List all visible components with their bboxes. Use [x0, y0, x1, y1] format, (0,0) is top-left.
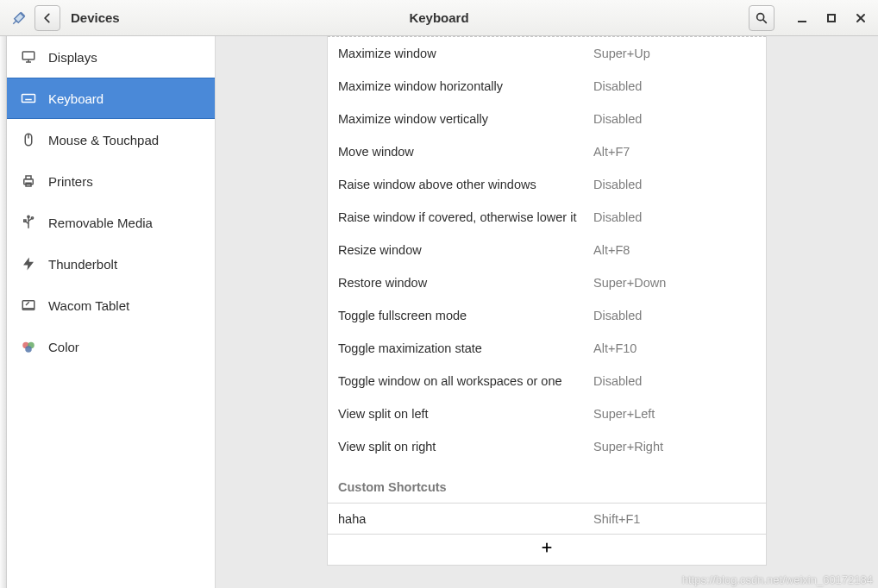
titlebar-right [749, 5, 871, 31]
shortcut-name: Maximize window [338, 47, 593, 60]
printer-icon [21, 173, 36, 189]
shortcut-name: haha [338, 512, 593, 526]
shortcut-name: Maximize window vertically [338, 112, 593, 126]
sidebar-item-label: Thunderbolt [48, 257, 117, 272]
svg-rect-10 [22, 95, 35, 103]
sidebar-item-mouse[interactable]: Mouse & Touchpad [7, 119, 215, 160]
shortcut-row[interactable]: Maximize window horizontallyDisabled [328, 70, 766, 103]
shortcut-row[interactable]: Maximize window verticallyDisabled [328, 103, 766, 135]
sidebar-item-label: Printers [48, 174, 93, 189]
sidebar-item-label: Color [48, 340, 79, 354]
sidebar-item-label: Removable Media [48, 216, 153, 230]
custom-shortcut-rows: hahaShift+F1 [328, 503, 766, 534]
tablet-icon [21, 297, 36, 313]
svg-rect-22 [24, 220, 26, 222]
shortcut-name: Restore window [338, 276, 593, 290]
page-title: Keyboard [0, 10, 878, 25]
sidebar-item-removable-media[interactable]: Removable Media [7, 202, 215, 243]
keyboard-icon [21, 91, 36, 106]
truncated-left-app [0, 36, 7, 588]
settings-window: Devices Keyboard [0, 0, 878, 588]
svg-point-23 [31, 217, 33, 219]
sidebar-item-label: Mouse & Touchpad [48, 133, 159, 147]
svg-marker-24 [23, 258, 34, 271]
shortcut-name: Toggle window on all workspaces or one [338, 374, 593, 388]
search-button[interactable] [749, 5, 775, 31]
usb-icon [21, 215, 36, 230]
shortcut-row[interactable]: Move windowAlt+F7 [328, 135, 766, 168]
svg-line-2 [763, 20, 766, 22]
shortcut-list-panel: Maximize windowSuper+UpMaximize window h… [327, 36, 767, 566]
mouse-icon [21, 132, 36, 147]
shortcut-name: Raise window if covered, otherwise lower… [338, 210, 593, 224]
sidebar-item-label: Keyboard [48, 91, 103, 106]
shortcut-name: Move window [338, 145, 593, 159]
sidebar-item-keyboard[interactable]: Keyboard [7, 78, 215, 119]
shortcut-row[interactable]: Toggle maximization stateAlt+F10 [328, 332, 766, 365]
titlebar: Devices Keyboard [0, 0, 878, 36]
shortcut-row[interactable]: View split on leftSuper+Left [328, 397, 766, 430]
sidebar: Displays Keyboard [7, 36, 216, 588]
svg-rect-3 [798, 21, 806, 22]
shortcut-row[interactable]: Raise window above other windowsDisabled [328, 168, 766, 201]
shortcut-row[interactable]: Resize windowAlt+F8 [328, 234, 766, 266]
shortcut-key: Disabled [593, 79, 642, 93]
color-icon [21, 339, 36, 354]
shortcut-row[interactable]: Restore windowSuper+Down [328, 266, 766, 299]
custom-shortcuts-header: Custom Shortcuts [328, 463, 766, 503]
maximize-button[interactable] [821, 8, 842, 28]
shortcut-name: Resize window [338, 243, 593, 257]
shortcut-name: Raise window above other windows [338, 178, 593, 191]
shortcut-key: Super+Right [593, 440, 663, 454]
sidebar-item-label: Wacom Tablet [48, 298, 129, 313]
thunderbolt-icon [21, 256, 36, 272]
shortcut-row[interactable]: Raise window if covered, otherwise lower… [328, 201, 766, 234]
shortcut-name: Toggle maximization state [338, 341, 593, 355]
monitor-icon [21, 49, 36, 65]
svg-rect-19 [26, 176, 31, 179]
shortcut-key: Alt+F8 [593, 243, 630, 257]
shortcut-name: View split on left [338, 407, 593, 421]
shortcut-key: Alt+F7 [593, 145, 630, 159]
sidebar-item-color[interactable]: Color [7, 326, 215, 367]
sidebar-item-label: Displays [48, 50, 97, 65]
shortcut-key: Alt+F10 [593, 341, 637, 355]
shortcut-key: Super+Down [593, 276, 666, 290]
svg-rect-7 [22, 52, 34, 59]
sidebar-item-thunderbolt[interactable]: Thunderbolt [7, 243, 215, 285]
sidebar-item-printers[interactable]: Printers [7, 160, 215, 202]
shortcut-key: Disabled [593, 210, 642, 224]
shortcut-row[interactable]: Toggle fullscreen modeDisabled [328, 299, 766, 332]
add-shortcut-button[interactable] [328, 534, 766, 563]
svg-rect-4 [828, 15, 835, 22]
svg-point-29 [25, 346, 32, 353]
shortcut-rows: Maximize windowSuper+UpMaximize window h… [328, 37, 766, 463]
sidebar-item-displays[interactable]: Displays [7, 36, 215, 78]
shortcut-key: Disabled [593, 374, 642, 388]
sidebar-item-wacom[interactable]: Wacom Tablet [7, 285, 215, 326]
shortcut-name: View split on right [338, 440, 593, 454]
shortcut-row[interactable]: Maximize windowSuper+Up [328, 37, 766, 70]
shortcut-name: Toggle fullscreen mode [338, 309, 593, 322]
section-title: Devices [71, 10, 120, 25]
plus-icon [541, 541, 553, 556]
close-button[interactable] [850, 8, 871, 28]
minimize-button[interactable] [792, 8, 812, 28]
shortcut-name: Maximize window horizontally [338, 79, 593, 93]
shortcut-row[interactable]: Toggle window on all workspaces or oneDi… [328, 365, 766, 397]
body: Displays Keyboard [0, 36, 878, 588]
shortcut-key: Disabled [593, 178, 642, 191]
custom-shortcut-row[interactable]: hahaShift+F1 [328, 503, 766, 534]
shortcut-key: Super+Up [593, 47, 650, 60]
shortcut-row[interactable]: View split on rightSuper+Right [328, 430, 766, 463]
content-area: Maximize windowSuper+UpMaximize window h… [216, 36, 878, 588]
shortcut-key: Shift+F1 [593, 512, 640, 526]
shortcut-key: Disabled [593, 309, 642, 322]
shortcut-key: Super+Left [593, 407, 655, 421]
shortcut-key: Disabled [593, 112, 642, 126]
back-button[interactable] [34, 5, 60, 31]
settings-app-icon [10, 9, 28, 27]
